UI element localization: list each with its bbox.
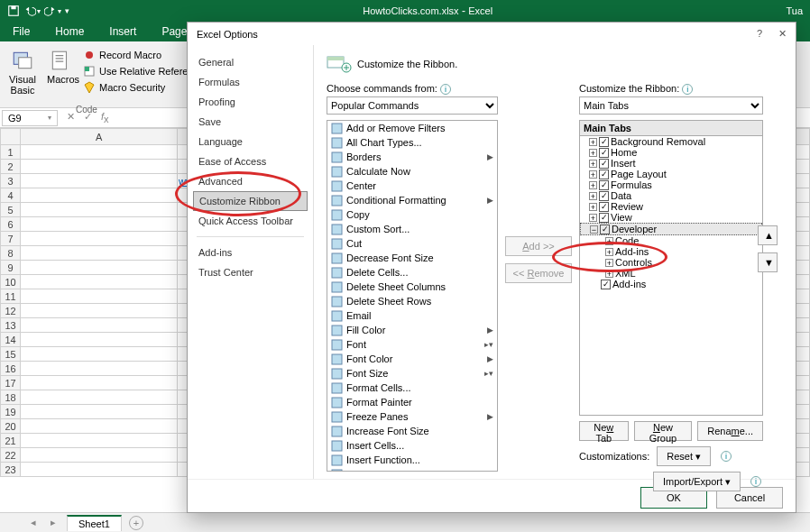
command-item[interactable]: Freeze Panes▶ — [327, 409, 497, 424]
visual-basic-button[interactable]: Visual Basic — [4, 45, 41, 104]
sheet-nav-prev[interactable]: ◂ — [27, 517, 40, 528]
command-item[interactable]: Font▸▾ — [327, 337, 497, 352]
category-item[interactable]: Proofing — [188, 92, 313, 112]
command-item[interactable]: Delete Sheet Columns — [327, 280, 497, 294]
category-item[interactable]: Trust Center — [188, 262, 313, 282]
command-item[interactable]: Delete Sheet Rows — [327, 294, 497, 308]
command-item[interactable]: Insert Function... — [327, 453, 497, 467]
macros-button[interactable]: Macros — [41, 45, 79, 104]
checkbox[interactable]: ✓ — [599, 148, 609, 158]
command-item[interactable]: Copy — [327, 207, 497, 222]
name-box[interactable]: G9▾ — [2, 110, 58, 126]
tree-node[interactable]: +✓Page Layout — [580, 169, 762, 179]
checkbox[interactable]: ✓ — [600, 225, 610, 234]
rename-button[interactable]: Rename... — [697, 421, 763, 441]
tree-node[interactable]: +✓Background Removal — [580, 136, 762, 147]
expand-icon[interactable]: + — [589, 181, 597, 189]
category-item[interactable]: General — [188, 52, 313, 72]
reset-button[interactable]: Reset ▾ — [657, 446, 711, 466]
category-item[interactable]: Language — [188, 132, 313, 151]
checkbox[interactable]: ✓ — [599, 202, 609, 212]
tree-node[interactable]: +✓View — [580, 212, 762, 223]
tree-node[interactable]: +Add-ins — [580, 246, 762, 257]
import-export-button[interactable]: Import/Export ▾ — [653, 472, 741, 491]
qat-customize[interactable]: ▾ — [65, 6, 69, 15]
category-qat[interactable]: Quick Access Toolbar — [188, 211, 313, 231]
command-item[interactable]: Email — [327, 308, 497, 323]
command-item[interactable]: All Chart Types... — [327, 135, 497, 150]
command-item[interactable]: Insert Picture — [327, 467, 497, 472]
help-icon[interactable]: i — [721, 451, 732, 462]
command-item[interactable]: Font Color▶ — [327, 352, 497, 366]
checkbox[interactable]: ✓ — [599, 170, 609, 179]
checkbox[interactable]: ✓ — [599, 180, 609, 190]
sheet-nav-next[interactable]: ▸ — [47, 517, 60, 528]
fx-icon[interactable]: fx — [101, 111, 109, 124]
category-item[interactable]: Save — [188, 112, 313, 132]
category-item[interactable]: Advanced — [188, 171, 313, 191]
command-item[interactable]: Increase Font Size — [327, 424, 497, 438]
command-item[interactable]: Font Size▸▾ — [327, 366, 497, 381]
expand-icon[interactable]: + — [605, 259, 613, 267]
command-item[interactable]: Borders▶ — [327, 150, 497, 164]
expand-icon[interactable]: + — [589, 192, 597, 200]
tab-home[interactable]: Home — [42, 22, 97, 41]
command-item[interactable]: Custom Sort... — [327, 222, 497, 236]
category-customize-ribbon[interactable]: Customize Ribbon — [193, 191, 308, 211]
command-item[interactable]: Cut — [327, 236, 497, 251]
expand-icon[interactable]: + — [589, 203, 597, 211]
remove-button[interactable]: << Remove — [505, 263, 572, 283]
sheet-tab[interactable]: Sheet1 — [67, 515, 122, 531]
category-item[interactable]: Add-ins — [188, 243, 313, 262]
tree-node[interactable]: +Controls — [580, 257, 762, 268]
tab-insert[interactable]: Insert — [97, 22, 149, 41]
add-button[interactable]: Add >> — [505, 236, 572, 256]
category-item[interactable]: Ease of Access — [188, 151, 313, 171]
redo-button[interactable]: ▾ — [44, 5, 61, 17]
expand-icon[interactable]: + — [605, 270, 613, 278]
expand-icon[interactable]: + — [589, 138, 597, 146]
command-item[interactable]: Format Cells... — [327, 381, 497, 395]
command-item[interactable]: Conditional Formatting▶ — [327, 193, 497, 207]
customize-ribbon-combo[interactable]: Main Tabs — [579, 96, 763, 115]
command-item[interactable]: Insert Cells... — [327, 438, 497, 453]
checkbox[interactable]: ✓ — [599, 191, 609, 201]
command-item[interactable]: Delete Cells... — [327, 265, 497, 280]
tree-node[interactable]: +✓Review — [580, 201, 762, 212]
new-group-button[interactable]: New Group — [634, 421, 693, 441]
expand-icon[interactable]: + — [589, 149, 597, 157]
new-sheet-button[interactable]: + — [129, 516, 143, 530]
tree-node[interactable]: +Code — [580, 235, 762, 246]
checkbox[interactable]: ✓ — [599, 137, 609, 147]
expand-icon[interactable]: + — [605, 248, 613, 256]
expand-icon[interactable]: + — [589, 170, 597, 179]
category-item[interactable]: Formulas — [188, 72, 313, 92]
save-button[interactable] — [7, 5, 20, 17]
expand-icon[interactable]: + — [589, 160, 597, 168]
help-icon[interactable]: i — [750, 476, 761, 487]
help-icon[interactable]: i — [440, 84, 451, 95]
tree-node[interactable]: ✓Add-ins — [580, 279, 762, 289]
move-down-button[interactable]: ▼ — [758, 252, 778, 272]
move-up-button[interactable]: ▲ — [758, 225, 778, 245]
tree-node[interactable]: +✓Insert — [580, 158, 762, 169]
commands-listbox[interactable]: Add or Remove FiltersAll Chart Types...B… — [327, 120, 498, 472]
command-item[interactable]: Format Painter — [327, 395, 497, 409]
checkbox[interactable]: ✓ — [601, 280, 611, 289]
tab-file[interactable]: File — [0, 22, 42, 41]
checkbox[interactable]: ✓ — [599, 213, 609, 223]
help-button[interactable]: ? — [757, 28, 762, 40]
cancel-entry-icon[interactable]: ✕ — [67, 111, 75, 124]
command-item[interactable]: Fill Color▶ — [327, 323, 497, 337]
new-tab-button[interactable]: New Tab — [579, 421, 629, 441]
command-item[interactable]: Center — [327, 179, 497, 193]
choose-commands-combo[interactable]: Popular Commands — [327, 96, 498, 115]
expand-icon[interactable]: − — [590, 225, 598, 234]
command-item[interactable]: Calculate Now — [327, 164, 497, 179]
tree-node[interactable]: +✓Formulas — [580, 179, 762, 190]
tree-node[interactable]: −✓Developer — [580, 223, 762, 235]
help-icon[interactable]: i — [682, 84, 693, 95]
tree-node[interactable]: +XML — [580, 268, 762, 279]
undo-button[interactable]: ▾ — [23, 5, 41, 17]
close-button[interactable]: ✕ — [778, 28, 787, 40]
